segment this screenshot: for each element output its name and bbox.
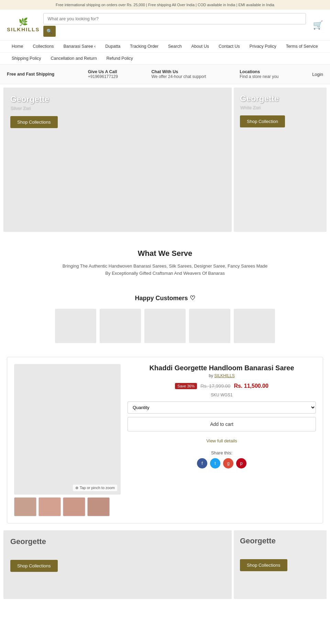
nav-dupatta[interactable]: Dupatta bbox=[100, 41, 125, 52]
customer-image-3 bbox=[144, 309, 186, 343]
bottom-hero-small-title: Georgette bbox=[240, 536, 320, 545]
sale-price: Rs. 11,500.00 bbox=[234, 383, 268, 389]
info-shipping-title: Free and Fast Shipping bbox=[7, 72, 54, 77]
product-brand-prefix: by bbox=[209, 373, 213, 378]
share-icons: f t g p bbox=[128, 458, 316, 468]
nav-tracking[interactable]: Tracking Order bbox=[125, 41, 163, 52]
nav-collections[interactable]: Collections bbox=[28, 41, 58, 52]
original-price: Rs. 17,999.00 bbox=[200, 383, 230, 389]
what-title: What We Serve bbox=[7, 249, 323, 258]
nav-search[interactable]: Search bbox=[163, 41, 187, 52]
price-row: Save 36% Rs. 17,999.00 Rs. 11,500.00 bbox=[128, 383, 316, 389]
facebook-share-icon[interactable]: f bbox=[197, 458, 207, 468]
info-chat: Chat With Us We offer 24-hour chat suppo… bbox=[152, 69, 206, 79]
search-area: 🔍 bbox=[43, 13, 306, 37]
customer-image-4 bbox=[189, 309, 230, 343]
info-chat-detail: We offer 24-hour chat support bbox=[152, 74, 206, 79]
logo-icon: 🌿 bbox=[19, 18, 28, 26]
hero-large-title: Georgette bbox=[10, 94, 225, 104]
product-brand-link[interactable]: SILKHILLS bbox=[214, 373, 234, 378]
product-thumb-1[interactable] bbox=[14, 497, 36, 516]
login-link[interactable]: Login bbox=[312, 72, 323, 77]
nav-secondary: Shipping Policy Cancellation and Return … bbox=[0, 53, 330, 65]
customers-title: Happy Customers ♡ bbox=[7, 294, 323, 302]
nav-refund[interactable]: Refund Policy bbox=[102, 53, 138, 64]
hero-section: Georgette Silver Zari Shop Collections G… bbox=[0, 84, 330, 235]
info-shipping: Free and Fast Shipping bbox=[7, 72, 54, 77]
customers-grid bbox=[7, 309, 323, 343]
search-button[interactable]: 🔍 bbox=[43, 26, 56, 37]
product-main-image[interactable]: ⊕ Tap or pinch to zoom bbox=[14, 364, 121, 495]
product-thumb-4[interactable] bbox=[87, 497, 110, 516]
zoom-hint: ⊕ Tap or pinch to zoom bbox=[73, 485, 117, 491]
product-thumbnails bbox=[14, 497, 121, 516]
google-share-icon[interactable]: g bbox=[223, 458, 233, 468]
what-we-serve-section: What We Serve Bringing The Authentic Han… bbox=[0, 235, 330, 284]
header: 🌿 SILKHILLS 🔍 🛒 bbox=[0, 10, 330, 41]
hero-large-shop-button[interactable]: Shop Collections bbox=[10, 116, 58, 128]
info-call-title: Give Us A Call bbox=[88, 69, 118, 74]
what-description: Bringing The Authentic Handwoven Banaras… bbox=[62, 263, 268, 277]
info-locations-detail: Find a store near you bbox=[240, 74, 278, 79]
search-icon: 🔍 bbox=[46, 29, 52, 34]
nav-primary: Home Collections Banarasi Saree ‹ Dupatt… bbox=[0, 41, 330, 53]
share-section: Share this: f t g p bbox=[128, 450, 316, 468]
view-full-details-link[interactable]: View full details bbox=[128, 438, 316, 443]
hero-small-shop-button[interactable]: Shop Collection bbox=[240, 115, 285, 127]
logo-text: SILKHILLS bbox=[7, 26, 40, 32]
hero-large-subtitle: Silver Zari bbox=[10, 105, 225, 111]
zoom-hint-text: Tap or pinch to zoom bbox=[80, 486, 115, 490]
announcement-text: Free international shipping on orders ov… bbox=[56, 3, 274, 7]
product-thumb-2[interactable] bbox=[38, 497, 61, 516]
sku-value: WGS1 bbox=[220, 393, 232, 397]
nav-banarasi-saree[interactable]: Banarasi Saree ‹ bbox=[58, 41, 100, 52]
hero-small-title: Georgette bbox=[240, 94, 320, 103]
customer-image-1 bbox=[55, 309, 96, 343]
share-label: Share this: bbox=[128, 450, 316, 455]
twitter-share-icon[interactable]: t bbox=[210, 458, 220, 468]
sku-label: SKU bbox=[211, 393, 219, 397]
bottom-hero-small-banner: Georgette Shop Collections bbox=[234, 530, 327, 599]
announcement-bar: Free international shipping on orders ov… bbox=[0, 0, 330, 10]
nav-cancellation[interactable]: Cancellation and Return bbox=[46, 53, 101, 64]
product-thumb-3[interactable] bbox=[63, 497, 85, 516]
pinterest-share-icon[interactable]: p bbox=[236, 458, 246, 468]
product-name: Khaddi Georgette Handloom Banarasi Saree bbox=[128, 364, 316, 372]
info-call: Give Us A Call +919696177129 bbox=[88, 69, 118, 79]
bottom-hero-small-shop-button[interactable]: Shop Collections bbox=[240, 559, 287, 571]
bottom-hero-large-shop-button[interactable]: Shop Collections bbox=[10, 560, 58, 572]
zoom-icon: ⊕ bbox=[75, 486, 78, 490]
info-call-detail: +919696177129 bbox=[88, 74, 118, 79]
quantity-select[interactable]: Quantity 1 2 3 bbox=[128, 402, 316, 414]
sku-row: SKU WGS1 bbox=[128, 393, 316, 397]
nav-terms[interactable]: Terms of Service bbox=[281, 41, 323, 52]
nav-home[interactable]: Home bbox=[7, 41, 28, 52]
info-locations: Locations Find a store near you bbox=[240, 69, 278, 79]
bottom-hero-large-banner: Georgette Shop Collections bbox=[3, 530, 232, 599]
product-brand: by SILKHILLS bbox=[128, 373, 316, 378]
bottom-hero-section: Georgette Shop Collections Georgette Sho… bbox=[0, 527, 330, 602]
product-section: ⊕ Tap or pinch to zoom Khaddi Georgette … bbox=[7, 357, 323, 523]
add-to-cart-button[interactable]: Add to cart bbox=[128, 417, 316, 431]
nav-contact[interactable]: Contact Us bbox=[214, 41, 245, 52]
info-chat-title: Chat With Us bbox=[152, 69, 206, 74]
info-locations-title: Locations bbox=[240, 69, 278, 74]
hero-large-banner: Georgette Silver Zari Shop Collections bbox=[3, 88, 232, 232]
customer-image-2 bbox=[100, 309, 141, 343]
product-info: Khaddi Georgette Handloom Banarasi Saree… bbox=[128, 364, 316, 516]
cart-icon[interactable]: 🛒 bbox=[313, 20, 323, 30]
nav-privacy[interactable]: Privacy Policy bbox=[245, 41, 281, 52]
info-bar: Free and Fast Shipping Give Us A Call +9… bbox=[0, 65, 330, 84]
bottom-hero-large-title: Georgette bbox=[10, 537, 225, 546]
customer-image-5 bbox=[234, 309, 275, 343]
product-image-area: ⊕ Tap or pinch to zoom bbox=[14, 364, 121, 516]
hero-small-subtitle: White Zari bbox=[240, 105, 320, 110]
hero-small-banner: Georgette White Zari Shop Collection bbox=[234, 88, 327, 232]
nav-about[interactable]: About Us bbox=[187, 41, 214, 52]
save-badge: Save 36% bbox=[175, 383, 197, 389]
search-input[interactable] bbox=[43, 13, 306, 24]
nav-shipping-policy[interactable]: Shipping Policy bbox=[7, 53, 46, 64]
happy-customers-section: Happy Customers ♡ bbox=[0, 284, 330, 353]
logo-area[interactable]: 🌿 SILKHILLS bbox=[7, 18, 40, 32]
